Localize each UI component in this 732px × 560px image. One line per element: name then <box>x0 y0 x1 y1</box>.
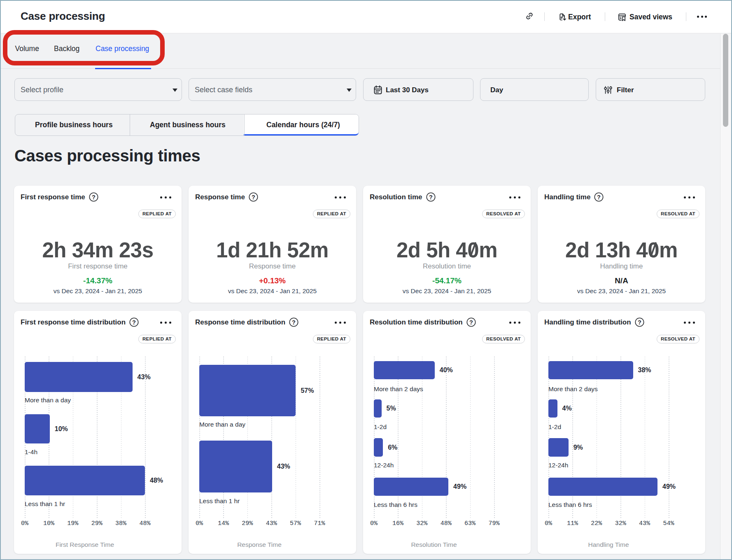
svg-text:?: ? <box>638 319 641 326</box>
svg-text:?: ? <box>429 194 433 201</box>
svg-text:?: ? <box>252 194 255 201</box>
svg-text:?: ? <box>292 319 296 326</box>
svg-text:?: ? <box>597 194 601 201</box>
svg-text:?: ? <box>92 194 96 201</box>
svg-text:?: ? <box>469 319 473 326</box>
svg-text:?: ? <box>132 319 136 326</box>
